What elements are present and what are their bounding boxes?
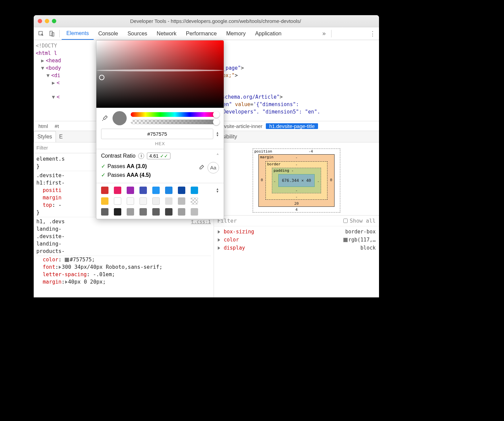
palette-swatch[interactable]: [165, 187, 172, 194]
device-toggle-icon[interactable]: [48, 30, 56, 38]
content-size: 676.344 × 40: [278, 174, 315, 187]
eyedropper-icon[interactable]: [101, 115, 108, 122]
palette-swatch[interactable]: [178, 187, 185, 194]
show-all-label: Show all: [350, 218, 376, 224]
border-label: border: [267, 162, 281, 166]
alpha-slider[interactable]: [131, 120, 219, 124]
info-icon[interactable]: i: [138, 153, 144, 159]
expand-arrow-icon[interactable]: [65, 281, 68, 284]
hex-label: HEX: [96, 141, 224, 146]
tab-performance[interactable]: Performance: [181, 27, 222, 40]
palette-stepper[interactable]: ▲▼: [216, 188, 219, 193]
titlebar: Developer Tools - https://developers.goo…: [34, 15, 379, 27]
contrast-value: 4.61 ✓✓: [147, 153, 170, 159]
hue-slider[interactable]: [131, 112, 219, 117]
palette-swatch[interactable]: [139, 208, 147, 216]
tab-application[interactable]: Application: [250, 27, 286, 40]
palette-swatch[interactable]: [191, 187, 198, 194]
palette-swatch[interactable]: [101, 208, 108, 216]
format-stepper[interactable]: ▲▼: [216, 131, 219, 137]
palette: ▲▼: [96, 183, 224, 219]
contrast-label: Contrast Ratio: [101, 153, 135, 159]
palette-swatch[interactable]: [127, 208, 134, 216]
crumb-html[interactable]: html: [35, 123, 51, 129]
eyedropper-icon[interactable]: [197, 164, 205, 171]
devtools-window: Developer Tools - https://developers.goo…: [34, 15, 379, 297]
contrast-section: Contrast Ratio i 4.61 ✓✓ ˄ Aa ✓Passes AA…: [96, 149, 224, 183]
position-label: position: [254, 149, 272, 154]
palette-swatch[interactable]: [178, 197, 185, 205]
show-all-checkbox[interactable]: [343, 219, 348, 223]
computed-pane: position -4 margin - border - padding - …: [214, 142, 379, 297]
palette-swatch[interactable]: [139, 187, 147, 194]
palette-swatch[interactable]: [127, 187, 134, 194]
filter-input[interactable]: Filter: [36, 145, 48, 151]
check-icon: ✓: [101, 172, 105, 178]
expand-arrow-icon[interactable]: [59, 266, 61, 269]
palette-swatch[interactable]: [191, 208, 198, 216]
separator: [59, 30, 60, 37]
color-preview: [113, 111, 127, 125]
palette-swatch[interactable]: [152, 197, 160, 205]
collapse-arrow-icon[interactable]: ▼: [52, 93, 57, 101]
minimize-icon[interactable]: [45, 19, 49, 23]
window-title: Developer Tools - https://developers.goo…: [56, 18, 375, 24]
separator: [331, 30, 332, 37]
palette-swatch[interactable]: [114, 187, 121, 194]
palette-swatch[interactable]: [114, 197, 121, 205]
palette-swatch[interactable]: [152, 208, 160, 216]
expand-arrow-icon[interactable]: [218, 238, 220, 242]
kebab-menu-icon[interactable]: ⋮: [366, 30, 379, 37]
check-icon: ✓: [101, 163, 105, 169]
subtab-styles[interactable]: Styles: [34, 131, 56, 142]
computed-properties: box-sizingborder-box colorrgb(117,… disp…: [214, 226, 379, 253]
tab-memory[interactable]: Memory: [221, 27, 250, 40]
inspect-icon[interactable]: [37, 30, 45, 38]
palette-swatch[interactable]: [152, 187, 160, 194]
html-tag: <html l: [36, 50, 57, 56]
slider-thumb[interactable]: [213, 119, 220, 125]
palette-swatch[interactable]: [101, 197, 108, 205]
tab-network[interactable]: Network: [152, 27, 181, 40]
text-sample-icon[interactable]: Aa: [208, 162, 219, 173]
zoom-icon[interactable]: [52, 19, 56, 23]
tab-elements[interactable]: Elements: [62, 27, 94, 40]
hex-input[interactable]: [101, 129, 213, 139]
box-model: position -4 margin - border - padding - …: [214, 142, 379, 216]
palette-swatch[interactable]: [101, 187, 108, 194]
palette-swatch[interactable]: [178, 208, 185, 216]
expand-arrow-icon[interactable]: [218, 230, 220, 234]
expand-arrow-icon[interactable]: ▶: [52, 79, 57, 87]
margin-label: margin: [260, 155, 274, 159]
saturation-field[interactable]: [96, 40, 224, 108]
expand-arrow-icon[interactable]: ▶: [41, 57, 46, 64]
padding-label: padding -: [274, 168, 294, 173]
color-swatch-icon[interactable]: [65, 258, 69, 262]
collapse-arrow-icon[interactable]: ▼: [41, 64, 46, 72]
crumb-selected[interactable]: h1.devsite-page-title: [266, 123, 318, 129]
traffic-lights: [38, 19, 56, 23]
palette-swatch[interactable]: [165, 197, 172, 205]
close-icon[interactable]: [38, 19, 42, 23]
palette-swatch[interactable]: [165, 208, 172, 216]
crumb-item[interactable]: #t: [51, 123, 62, 129]
collapse-arrow-icon[interactable]: ▼: [46, 72, 51, 79]
more-tabs-icon[interactable]: »: [319, 30, 329, 37]
content-area: <!DOCTY <html l ▶<head ▼<body id="top_of…: [34, 40, 379, 297]
slider-thumb[interactable]: [213, 111, 220, 118]
palette-swatch[interactable]: [114, 208, 121, 216]
palette-swatch[interactable]: [139, 197, 147, 205]
expand-arrow-icon[interactable]: [218, 247, 220, 250]
tab-console[interactable]: Console: [94, 27, 123, 40]
main-tabbar: Elements Console Sources Network Perform…: [34, 27, 379, 40]
tab-sources[interactable]: Sources: [123, 27, 152, 40]
palette-swatch[interactable]: [127, 197, 134, 205]
palette-swatch[interactable]: [191, 197, 198, 205]
picker-cursor-icon[interactable]: [99, 75, 104, 80]
color-picker: ▲▼ HEX Contrast Ratio i 4.61 ✓✓ ˄ Aa ✓: [96, 40, 224, 219]
color-swatch-icon: [343, 238, 348, 242]
chevron-up-icon[interactable]: ˄: [216, 153, 219, 159]
computed-filter-bar: Filter Show all: [214, 216, 379, 226]
subtab-partial[interactable]: E: [56, 131, 66, 142]
